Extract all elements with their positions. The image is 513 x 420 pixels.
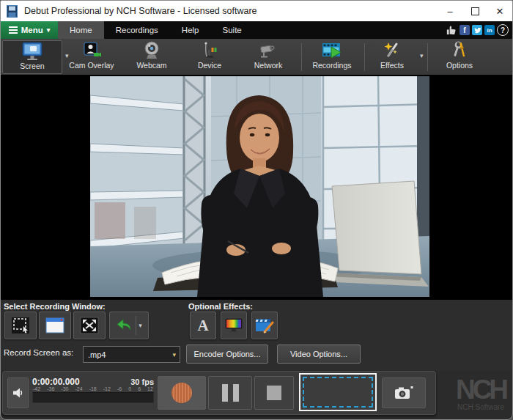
debut-app-window: Debut Professional by NCH Software - Lic… xyxy=(0,0,513,420)
webcam-icon xyxy=(143,40,160,60)
title-bar: Debut Professional by NCH Software - Lic… xyxy=(1,1,512,21)
chevron-down-icon: ▾ xyxy=(47,26,51,34)
twitter-icon[interactable] xyxy=(472,25,482,35)
restore-selection-button[interactable]: ▾ xyxy=(109,312,149,339)
record-as-label: Record Screen as: xyxy=(4,348,73,357)
minimize-button[interactable]: – xyxy=(438,1,462,21)
main-toolbar: Screen ▾ Cam Overlay xyxy=(1,39,512,75)
network-camera-icon xyxy=(258,40,278,60)
window-icon xyxy=(45,317,64,334)
select-area-icon xyxy=(11,317,30,334)
tab-recordings[interactable]: Recordings xyxy=(104,21,170,39)
toolbar-divider xyxy=(301,43,302,71)
video-preview-image xyxy=(90,76,429,297)
menu-button[interactable]: Menu ▾ xyxy=(1,21,58,39)
maximize-icon xyxy=(471,7,479,15)
toolbar-recordings-button[interactable]: Recordings xyxy=(303,40,361,73)
toolbar-device-button[interactable]: Device xyxy=(180,40,239,73)
meter-scale: -42-36 -30-24 -18-12 -60 612 xyxy=(29,386,155,391)
close-button[interactable]: ✕ xyxy=(487,1,512,21)
optional-effects-label: Optional Effects: xyxy=(188,302,253,311)
help-icon[interactable]: ? xyxy=(497,24,509,36)
video-preview-area xyxy=(1,75,512,300)
device-icon xyxy=(200,40,219,60)
effects-wand-icon xyxy=(383,40,402,60)
linkedin-icon[interactable]: in xyxy=(484,25,495,35)
nch-logo-subtext: NCH Software xyxy=(440,403,513,411)
record-time: 0:00:00.000 xyxy=(32,377,80,387)
facebook-icon[interactable]: f xyxy=(460,25,470,35)
thumbs-up-icon[interactable] xyxy=(446,24,457,36)
stop-button[interactable] xyxy=(254,376,294,410)
toolbar-webcam-button[interactable]: Webcam xyxy=(122,40,181,73)
record-icon xyxy=(171,383,192,403)
format-select[interactable]: .mp4 ▾ xyxy=(83,346,180,363)
effects-dropdown-caret[interactable]: ▾ xyxy=(420,52,424,59)
toolbar-network-button[interactable]: Network xyxy=(239,40,298,73)
select-area-button[interactable] xyxy=(4,312,37,339)
video-options-button[interactable]: Video Options... xyxy=(277,345,361,364)
restore-dropdown-caret[interactable]: ▾ xyxy=(139,322,142,329)
fps-indicator: 30 fps xyxy=(130,377,154,386)
cam-overlay-icon xyxy=(82,40,101,60)
transport-bar: 0:00:00.000 30 fps -42-36 -30-24 -18-12 … xyxy=(2,371,436,415)
toolbar-screen-button[interactable]: Screen xyxy=(2,40,62,74)
hamburger-icon xyxy=(9,26,18,34)
color-monitor-icon xyxy=(224,317,243,334)
format-value: .mp4 xyxy=(84,350,172,359)
toolbar-divider xyxy=(364,43,365,71)
selection-rectangle-icon xyxy=(303,377,373,408)
toolbar-effects-button[interactable]: Effects xyxy=(366,40,418,73)
effect-color-button[interactable] xyxy=(221,312,247,339)
maximize-button[interactable] xyxy=(462,1,487,21)
audio-meter: 0:00:00.000 30 fps -42-36 -30-24 -18-12 … xyxy=(29,376,155,410)
toolbar-options-button[interactable]: Options xyxy=(430,40,489,73)
tab-home[interactable]: Home xyxy=(58,21,104,39)
caption-a-icon: A xyxy=(197,317,208,335)
pause-icon xyxy=(222,384,239,402)
toolbar-cam-overlay-button[interactable]: Cam Overlay xyxy=(62,40,121,73)
recordings-filmstrip-icon xyxy=(321,40,343,60)
clapperboard-pencil-icon xyxy=(255,317,274,334)
pause-button[interactable] xyxy=(208,376,252,410)
snapshot-button[interactable] xyxy=(382,377,426,408)
fullscreen-icon xyxy=(80,317,99,334)
effect-video-button[interactable] xyxy=(251,312,278,339)
screen-monitor-icon xyxy=(21,41,43,61)
recording-region-preview[interactable] xyxy=(299,373,377,411)
speaker-icon xyxy=(12,387,24,399)
app-icon xyxy=(7,5,18,18)
menu-button-label: Menu xyxy=(21,26,43,34)
menu-bar: Menu ▾ Home Recordings Help Suite f in ? xyxy=(1,21,512,39)
camera-icon xyxy=(394,386,413,400)
select-window-label: Select Recording Window: xyxy=(4,302,106,311)
record-button[interactable] xyxy=(158,376,206,410)
mute-button[interactable] xyxy=(7,377,29,408)
toolbar-divider xyxy=(427,43,428,71)
select-window-button[interactable] xyxy=(39,312,71,339)
social-links: f in ? xyxy=(446,21,512,39)
nch-logo-text: NCH xyxy=(440,377,513,403)
stop-icon xyxy=(267,386,281,400)
nch-logo: NCH NCH Software xyxy=(440,377,513,418)
options-tools-icon xyxy=(450,40,469,60)
effect-caption-button[interactable]: A xyxy=(190,312,216,339)
select-fullscreen-button[interactable] xyxy=(73,312,106,339)
tab-help[interactable]: Help xyxy=(170,21,211,39)
format-caret-icon: ▾ xyxy=(172,351,180,358)
tab-suite[interactable]: Suite xyxy=(211,21,254,39)
encoder-options-button[interactable]: Encoder Options... xyxy=(186,345,268,364)
audio-level-bar xyxy=(32,392,154,403)
window-title: Debut Professional by NCH Software - Lic… xyxy=(24,6,438,16)
restore-arrow-icon xyxy=(116,317,133,334)
